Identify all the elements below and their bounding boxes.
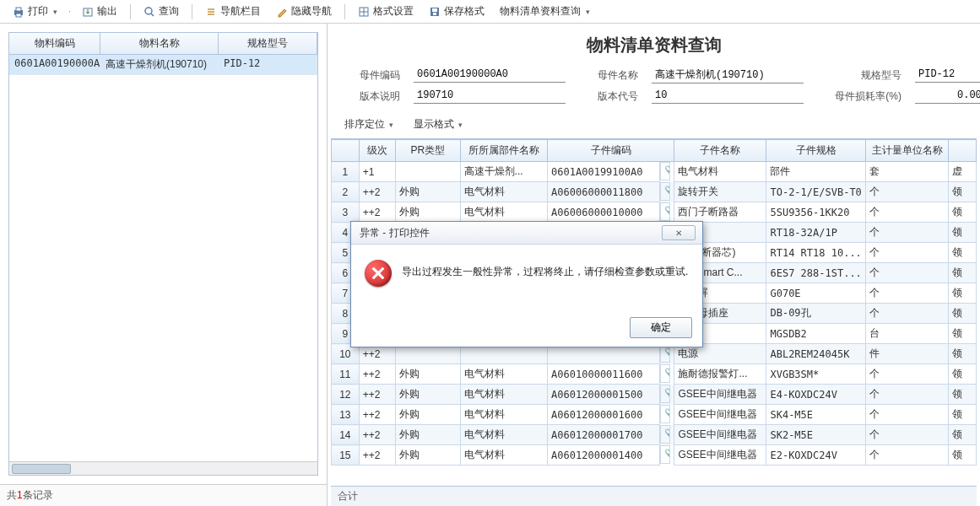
export-icon bbox=[82, 6, 94, 18]
cell-extra: 领 bbox=[949, 202, 977, 223]
table-row[interactable]: 15++2外购电气材料A06012000001400📎GSEE中间继电器E2-K… bbox=[332, 445, 977, 466]
summary-row: 合计 bbox=[331, 486, 977, 506]
cell-childcode: A06010000011600 bbox=[548, 364, 660, 385]
cell-name: 高速干燥剂机(190710) bbox=[100, 55, 219, 74]
label-ver-code: 版本代号 bbox=[579, 89, 638, 104]
col-spec[interactable]: 规格型号 bbox=[219, 33, 317, 54]
col-rownum[interactable] bbox=[332, 140, 360, 162]
col-parentpart[interactable]: 所所属部件名称 bbox=[460, 140, 548, 162]
sort-button[interactable]: 排序定位▾ bbox=[338, 116, 400, 133]
cell-uom: 个 bbox=[866, 385, 949, 405]
col-extra[interactable] bbox=[949, 140, 977, 162]
value-ver-code[interactable]: 10 bbox=[652, 89, 804, 104]
dropdown-icon: ▾ bbox=[586, 8, 590, 16]
attachment-icon[interactable]: 📎 bbox=[660, 364, 670, 383]
navbar-label: 导航栏目 bbox=[220, 4, 261, 19]
cell-extra: 领 bbox=[949, 304, 977, 324]
col-uom[interactable]: 主计量单位名称 bbox=[866, 140, 949, 162]
table-row[interactable]: 1+1高速干燥剂...0601A00199100A0📎电气材料部件套虚 bbox=[332, 162, 977, 182]
query-button[interactable]: 查询 bbox=[138, 2, 185, 21]
ok-button[interactable]: 确定 bbox=[630, 317, 692, 338]
cell-uom: 个 bbox=[866, 202, 949, 223]
display-button[interactable]: 显示格式▾ bbox=[407, 116, 469, 133]
cell-childname: 旋转开关 bbox=[674, 182, 766, 202]
value-parent-code[interactable]: 0601A00190000A0 bbox=[414, 67, 566, 83]
sort-label: 排序定位 bbox=[344, 117, 385, 132]
col-level[interactable]: 级次 bbox=[359, 140, 396, 162]
table-row[interactable]: 11++2外购电气材料A06010000011600📎施耐德报警灯...XVGB… bbox=[332, 364, 977, 385]
cell-parentpart: 电气材料 bbox=[460, 364, 548, 385]
query-label: 查询 bbox=[159, 4, 179, 19]
cell-childspec: XVGB3SM* bbox=[766, 364, 866, 385]
export-button[interactable]: 输出 bbox=[76, 2, 123, 21]
value-loss[interactable]: 0.000 bbox=[915, 89, 980, 104]
table-row[interactable]: 12++2外购电气材料A06012000001500📎GSEE中间继电器E4-K… bbox=[332, 385, 977, 405]
col-prtype[interactable]: PR类型 bbox=[396, 140, 460, 162]
cell-childname: GSEE中间继电器 bbox=[674, 445, 766, 466]
value-parent-name[interactable]: 高速干燥剂机(190710) bbox=[652, 67, 804, 83]
display-label: 显示格式 bbox=[414, 117, 454, 132]
cell-level: ++2 bbox=[359, 202, 396, 223]
cell-parentpart: 电气材料 bbox=[460, 385, 548, 405]
attachment-icon[interactable]: 📎 bbox=[660, 162, 670, 180]
dialog-body: 导出过程发生一般性异常，过程将终止，请仔细检查参数或重试. bbox=[351, 245, 702, 312]
col-childname[interactable]: 子件名称 bbox=[674, 140, 766, 162]
cell-childcode: 0601A00199100A0 bbox=[548, 162, 660, 182]
table-row[interactable]: 3++2外购电气材料A06006000010000📎西门子断路器5SU9356-… bbox=[332, 202, 977, 223]
cell-childspec: G070E bbox=[766, 283, 866, 304]
data-grid-header: 级次 PR类型 所所属部件名称 子件编码 子件名称 子件规格 主计量单位名称 bbox=[332, 140, 977, 162]
saveformat-label: 保存格式 bbox=[444, 4, 485, 19]
title-lookup-label: 物料清单资料查询 bbox=[500, 4, 581, 19]
col-childspec[interactable]: 子件规格 bbox=[766, 140, 866, 162]
cell-uom: 件 bbox=[866, 344, 949, 364]
attachment-icon[interactable]: 📎 bbox=[660, 385, 670, 403]
value-ver-desc[interactable]: 190710 bbox=[414, 89, 566, 104]
dialog-titlebar[interactable]: 异常 - 打印控件 ✕ bbox=[351, 222, 702, 245]
print-button[interactable]: 打印 ▾ bbox=[7, 2, 63, 21]
cell-level: +1 bbox=[359, 162, 396, 182]
cell-childspec: 6ES7 288-1ST... bbox=[766, 263, 866, 283]
svg-point-4 bbox=[145, 8, 152, 14]
cell-code: 0601A00190000A0 bbox=[9, 55, 100, 74]
cell-extra: 领 bbox=[949, 223, 977, 243]
attachment-icon[interactable]: 📎 bbox=[660, 425, 670, 444]
svg-rect-2 bbox=[16, 13, 21, 17]
cell-level: ++2 bbox=[359, 425, 396, 445]
attachment-icon[interactable]: 📎 bbox=[660, 405, 670, 423]
error-dialog: 异常 - 打印控件 ✕ 导出过程发生一般性异常，过程将终止，请仔细检查参数或重试… bbox=[350, 221, 703, 347]
table-row[interactable]: 14++2外购电气材料A06012000001700📎GSEE中间继电器SK2-… bbox=[332, 425, 977, 445]
left-grid-row[interactable]: 0601A00190000A0 高速干燥剂机(190710) PID-12 bbox=[9, 55, 317, 75]
cell-extra: 领 bbox=[949, 405, 977, 425]
dialog-title: 异常 - 打印控件 bbox=[360, 226, 430, 240]
table-row[interactable]: 2++2外购电气材料A06006000011800📎旋转开关TO-2-1/E/S… bbox=[332, 182, 977, 202]
footer-count: 1 bbox=[17, 489, 23, 501]
col-material-name[interactable]: 物料名称 bbox=[100, 33, 219, 54]
cell-childname: 电气材料 bbox=[674, 162, 766, 182]
horizontal-scrollbar[interactable] bbox=[9, 461, 317, 475]
left-grid: 物料编码 物料名称 规格型号 0601A00190000A0 高速干燥剂机(19… bbox=[8, 32, 318, 476]
col-childcode[interactable]: 子件编码 bbox=[548, 140, 674, 162]
attachment-icon[interactable]: 📎 bbox=[660, 182, 670, 201]
close-button[interactable]: ✕ bbox=[662, 225, 696, 240]
cell-extra: 领 bbox=[949, 425, 977, 445]
left-grid-body[interactable]: 0601A00190000A0 高速干燥剂机(190710) PID-12 bbox=[9, 55, 317, 461]
cell-extra: 领 bbox=[949, 364, 977, 385]
cell-childspec: E4-KOXDC24V bbox=[766, 385, 866, 405]
saveformat-button[interactable]: 保存格式 bbox=[423, 2, 490, 21]
footer-suffix: 条记录 bbox=[23, 489, 53, 501]
navbar-button[interactable]: 导航栏目 bbox=[199, 2, 267, 21]
format-button[interactable]: 格式设置 bbox=[352, 2, 420, 21]
table-row[interactable]: 13++2外购电气材料A06012000001600📎GSEE中间继电器SK4-… bbox=[332, 405, 977, 425]
attachment-icon[interactable]: 📎 bbox=[660, 202, 670, 221]
title-lookup-button[interactable]: 物料清单资料查询 ▾ bbox=[494, 2, 596, 21]
cell-rownum: 14 bbox=[332, 425, 360, 445]
hidenav-button[interactable]: 隐藏导航 bbox=[270, 2, 338, 21]
attachment-icon[interactable]: 📎 bbox=[660, 445, 670, 464]
cell-childname: GSEE中间继电器 bbox=[674, 385, 766, 405]
col-material-code[interactable]: 物料编码 bbox=[9, 33, 100, 54]
value-spec[interactable]: PID-12 bbox=[915, 67, 980, 83]
dropdown-icon: ▾ bbox=[53, 8, 57, 16]
cell-uom: 个 bbox=[866, 243, 949, 263]
cell-level: ++2 bbox=[359, 405, 396, 425]
dialog-footer: 确定 bbox=[351, 312, 702, 347]
